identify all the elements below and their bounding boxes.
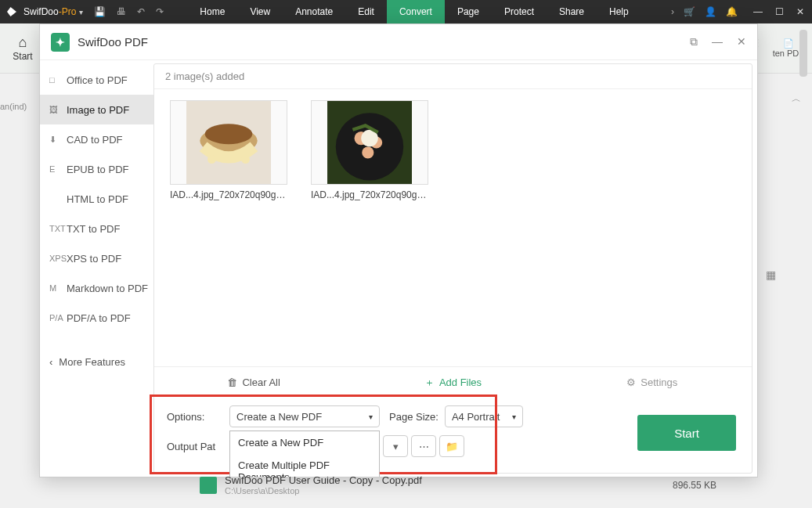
menu-view[interactable]: View: [237, 0, 283, 23]
dialog-title: SwifDoo PDF: [78, 35, 148, 49]
thumbnail-item[interactable]: IAD...4.jpg_720x720q90g.jpg: [311, 100, 428, 200]
sidebar-label: EPUB to PDF: [67, 164, 128, 175]
maximize-icon[interactable]: ☐: [775, 6, 784, 17]
trash-icon: 🗑: [227, 376, 237, 388]
save-icon[interactable]: 💾: [94, 6, 106, 17]
menu-convert[interactable]: Convert: [387, 0, 445, 23]
pdf-file-icon: [200, 477, 217, 494]
cart-icon[interactable]: 🛒: [684, 6, 695, 17]
sidebar-item-html-to-pdf[interactable]: HTML to PDF: [40, 184, 153, 214]
menu-protect[interactable]: Protect: [492, 0, 547, 23]
sidebar-icon: TXT: [49, 224, 60, 233]
clear-all-button[interactable]: 🗑Clear All: [154, 367, 353, 398]
background-text: an(ind): [0, 102, 27, 111]
menu-help[interactable]: Help: [597, 0, 641, 23]
dialog-minimize-icon[interactable]: —: [712, 35, 723, 49]
svg-point-3: [208, 155, 216, 164]
chevron-down-icon: ▾: [369, 413, 373, 421]
menu-page[interactable]: Page: [445, 0, 492, 23]
thumbnail-area: IAD...4.jpg_720x720q90g.jpgIAD...4.jpg_7…: [154, 89, 752, 366]
browse-folder-button[interactable]: 📁: [439, 435, 464, 457]
scrollbar-thumb[interactable]: [799, 30, 807, 77]
thumbnail-item[interactable]: IAD...4.jpg_720x720q90g.jpg: [170, 100, 287, 200]
action-bar: 🗑Clear All ＋Add Files ⚙Settings: [154, 366, 752, 398]
close-icon[interactable]: ✕: [796, 6, 804, 17]
bell-icon[interactable]: 🔔: [726, 6, 738, 17]
redo-icon[interactable]: ↷: [156, 6, 164, 17]
convert-dialog: ✦ SwifDoo PDF ⧉ — ✕ □Office to PDF🖼Image…: [39, 23, 758, 477]
sidebar-icon: E: [49, 164, 60, 174]
sidebar-label: XPS to PDF: [67, 253, 121, 265]
background-file-row[interactable]: SwifDoo PDF User Guide - Copy - Copy.pdf…: [200, 474, 748, 495]
options-label: Options:: [167, 411, 229, 423]
dialog-logo-icon: ✦: [51, 33, 70, 52]
sidebar-item-txt-to-pdf[interactable]: TXTTXT to PDF: [40, 214, 153, 243]
home-icon: ⌂: [8, 34, 38, 51]
sidebar-icon: 🖼: [49, 105, 60, 114]
sidebar-item-epub-to-pdf[interactable]: EEPUB to PDF: [40, 154, 153, 184]
dialog-close-icon[interactable]: ✕: [737, 35, 746, 49]
dropdown-option[interactable]: Create a New PDF: [230, 431, 379, 454]
sidebar-icon: P/A: [49, 313, 60, 322]
file-size: 896.55 KB: [673, 480, 716, 491]
menu-edit[interactable]: Edit: [345, 0, 387, 23]
sidebar-label: Markdown to PDF: [67, 283, 148, 294]
app-dropdown-icon[interactable]: ▾: [79, 8, 83, 16]
print-icon[interactable]: 🖶: [117, 6, 126, 17]
titlebar: SwifDoo-Pro ▾ 💾 🖶 ↶ ↷ HomeViewAnnotateEd…: [0, 0, 812, 23]
sidebar-item-cad-to-pdf[interactable]: ⬇CAD to PDF: [40, 124, 153, 154]
sidebar-icon: ⬇: [49, 135, 60, 145]
start-button[interactable]: Start: [637, 415, 736, 451]
sidebar-item-xps-to-pdf[interactable]: XPSXPS to PDF: [40, 243, 153, 273]
quick-access: 💾 🖶 ↶ ↷: [94, 6, 164, 17]
sidebar-icon: □: [49, 75, 60, 85]
more-features-button[interactable]: ‹More Features: [40, 348, 153, 376]
options-select[interactable]: Create a New PDF▾: [229, 405, 380, 427]
sidebar-label: Image to PDF: [67, 104, 129, 116]
minimize-icon[interactable]: —: [753, 6, 763, 17]
pagesize-select[interactable]: A4 Portrait▾: [445, 405, 523, 427]
dropdown-option[interactable]: Create Multiple PDF Documents: [230, 454, 379, 477]
pagesize-label: Page Size:: [389, 411, 438, 423]
settings-button[interactable]: ⚙Settings: [553, 367, 752, 398]
start-tab[interactable]: ⌂ Start: [8, 34, 38, 62]
thumbnail-image: [170, 100, 287, 185]
thumbnail-image: [311, 100, 428, 185]
app-name: SwifDoo-Pro: [23, 6, 76, 17]
status-text: 2 image(s) added: [154, 64, 752, 89]
sidebar-label: HTML to PDF: [67, 193, 128, 205]
menu-share[interactable]: Share: [547, 0, 597, 23]
svg-point-4: [241, 155, 250, 164]
options-dropdown: Create a New PDFCreate Multiple PDF Docu…: [229, 431, 380, 477]
output-path-label: Output Pat: [167, 441, 229, 452]
chevron-right-icon[interactable]: ›: [671, 6, 674, 17]
file-path: C:\Users\a\Desktop: [225, 486, 422, 495]
dialog-window-icon[interactable]: ⧉: [690, 35, 698, 49]
svg-point-2: [205, 124, 252, 144]
chevron-left-icon: ‹: [49, 356, 52, 368]
gear-icon: ⚙: [626, 376, 636, 388]
chevron-down-icon: ▾: [512, 413, 516, 421]
options-panel: Options: Create a New PDF▾ Page Size: A4…: [154, 398, 752, 473]
sidebar-label: PDF/A to PDF: [67, 312, 131, 324]
app-logo-icon: [5, 5, 19, 19]
output-dropdown-button[interactable]: ▾: [383, 435, 408, 457]
sidebar-item-pdf-a-to-pdf[interactable]: P/APDF/A to PDF: [40, 303, 153, 333]
titlebar-right: › 🛒 👤 🔔 — ☐ ✕: [671, 6, 812, 17]
collapse-ribbon-icon[interactable]: ︿: [792, 92, 801, 106]
thumbnail-caption: IAD...4.jpg_720x720q90g.jpg: [170, 189, 287, 200]
undo-icon[interactable]: ↶: [137, 6, 145, 17]
sidebar-icon: XPS: [49, 254, 60, 263]
main-menu: HomeViewAnnotateEditConvertPageProtectSh…: [187, 0, 641, 23]
grid-view-icon[interactable]: ▦: [766, 268, 776, 281]
sidebar-item-office-to-pdf[interactable]: □Office to PDF: [40, 65, 153, 95]
output-more-button[interactable]: ⋯: [411, 435, 436, 457]
convert-sidebar: □Office to PDF🖼Image to PDF⬇CAD to PDFEE…: [40, 60, 153, 477]
menu-annotate[interactable]: Annotate: [283, 0, 345, 23]
user-icon[interactable]: 👤: [705, 6, 716, 17]
sidebar-item-image-to-pdf[interactable]: 🖼Image to PDF: [40, 95, 153, 124]
sidebar-item-markdown-to-pdf[interactable]: MMarkdown to PDF: [40, 273, 153, 303]
add-files-button[interactable]: ＋Add Files: [353, 367, 552, 398]
sidebar-label: Office to PDF: [67, 74, 128, 86]
menu-home[interactable]: Home: [187, 0, 237, 23]
